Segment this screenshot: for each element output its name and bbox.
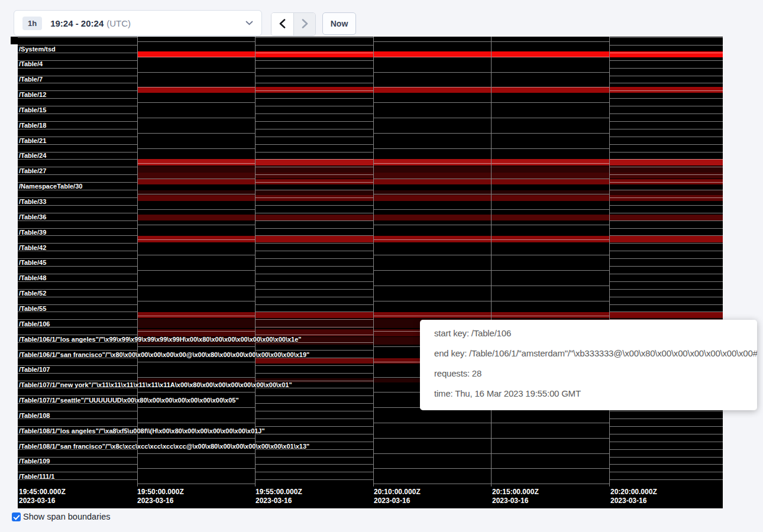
- show-span-boundaries-checkbox[interactable]: [12, 512, 21, 521]
- row-label: /Table/108/1/"los angeles"/"\xa8\xf5\u00…: [19, 427, 265, 434]
- timezone-text: (UTC): [106, 18, 131, 28]
- row-label: /Table/39: [19, 229, 46, 236]
- time-range-text: 19:24 - 20:24: [50, 18, 104, 28]
- now-button[interactable]: Now: [322, 12, 356, 35]
- row-label: /Table/12: [19, 91, 46, 98]
- tick-date: 2023-03-16: [374, 497, 421, 505]
- duration-badge: 1h: [22, 17, 42, 30]
- time-gridline: [137, 37, 138, 486]
- tick-time: 20:10:00.000Z: [374, 488, 421, 497]
- span-boundary-lines: [255, 37, 373, 485]
- row-label: /Table/36: [19, 213, 46, 220]
- time-gridline: [373, 37, 374, 486]
- x-axis-tick: 19:45:00.000Z2023-03-16: [19, 488, 66, 505]
- time-range-select[interactable]: 1h 19:24 - 20:24 (UTC): [14, 10, 262, 36]
- row-label: /Table/27: [19, 167, 46, 174]
- row-label: /Table/24: [19, 152, 46, 159]
- tick-date: 2023-03-16: [492, 497, 539, 505]
- chevron-right-icon: [302, 19, 308, 30]
- span-tooltip: start key: /Table/106end key: /Table/106…: [420, 320, 757, 410]
- footer-controls: Show span boundaries: [12, 512, 111, 521]
- key-visualizer-canvas[interactable]: /System/tsd/Table/4/Table/7/Table/12/Tab…: [18, 37, 723, 508]
- row-label: /Table/52: [19, 290, 46, 297]
- show-span-boundaries-label: Show span boundaries: [23, 512, 111, 521]
- prev-interval-button[interactable]: [271, 13, 293, 35]
- tick-date: 2023-03-16: [19, 497, 66, 505]
- tick-date: 2023-03-16: [610, 497, 657, 505]
- row-label: /NamespaceTable/30: [19, 183, 82, 190]
- time-nav-group: [271, 12, 316, 36]
- tooltip-line: end key: /Table/106/1/"amsterdam"/"\xb33…: [434, 348, 751, 359]
- span-boundary-lines: [609, 37, 723, 485]
- span-boundary-lines: [373, 41, 491, 485]
- row-label: /Table/18: [19, 122, 46, 129]
- chevron-down-icon: [245, 21, 253, 25]
- row-label: /Table/45: [19, 259, 46, 266]
- x-axis-tick: 20:20:00.000Z2023-03-16: [610, 488, 657, 505]
- tick-time: 19:50:00.000Z: [137, 488, 184, 497]
- time-gridline: [609, 37, 610, 486]
- row-label: /System/tsd: [19, 46, 56, 53]
- row-label: /Table/106/1/"san francisco"/"\x80\x00\x…: [19, 351, 309, 358]
- chart-corner-notch: [11, 37, 18, 44]
- row-label: /Table/33: [19, 198, 46, 205]
- row-label: /Table/7: [19, 76, 43, 83]
- row-label: /Table/107/1/"seattle"/"UUUUUUD\x00\x80\…: [19, 397, 239, 404]
- next-interval-button[interactable]: [293, 13, 315, 35]
- x-axis-tick: 19:55:00.000Z2023-03-16: [256, 488, 302, 505]
- row-label: /Table/4: [19, 60, 43, 67]
- tooltip-line: start key: /Table/106: [434, 327, 751, 339]
- tick-time: 20:15:00.000Z: [492, 488, 539, 497]
- tick-time: 19:55:00.000Z: [256, 488, 302, 497]
- tick-date: 2023-03-16: [256, 497, 302, 505]
- tick-time: 19:45:00.000Z: [19, 488, 66, 497]
- tick-time: 20:20:00.000Z: [610, 488, 657, 497]
- tooltip-line: requests: 28: [434, 368, 751, 379]
- x-axis-tick: 19:50:00.000Z2023-03-16: [137, 488, 184, 505]
- row-label: /Table/108: [19, 412, 50, 419]
- tooltip-line: time: Thu, 16 Mar 2023 19:55:00 GMT: [434, 388, 751, 400]
- chevron-left-icon: [279, 19, 286, 30]
- row-label: /Table/42: [19, 244, 46, 251]
- row-label: /Table/106: [19, 320, 50, 327]
- row-label: /Table/106/1/"los angeles"/"\x99\x99\x99…: [19, 336, 302, 343]
- row-label: /Table/109: [19, 458, 50, 465]
- row-label: /Table/21: [19, 137, 46, 144]
- time-gridline: [255, 37, 256, 486]
- x-axis-tick: 20:10:00.000Z2023-03-16: [374, 488, 421, 505]
- row-label: /Table/15: [19, 106, 46, 113]
- x-axis-tick: 20:15:00.000Z2023-03-16: [492, 488, 539, 505]
- row-label: /Table/111/1: [19, 473, 54, 480]
- row-label: /Table/108/1/"san francisco"/"\x8c\xcc\x…: [19, 443, 309, 450]
- span-boundary-lines: [491, 41, 609, 485]
- row-label: /Table/48: [19, 274, 46, 281]
- row-label: /Table/107: [19, 366, 50, 373]
- row-label: /Table/55: [19, 305, 46, 312]
- tick-date: 2023-03-16: [137, 497, 184, 505]
- time-gridline: [491, 37, 492, 486]
- span-boundary-lines: [137, 41, 255, 485]
- row-label: /Table/107/1/"new york"/"\x11\x11\x11\x1…: [19, 381, 292, 388]
